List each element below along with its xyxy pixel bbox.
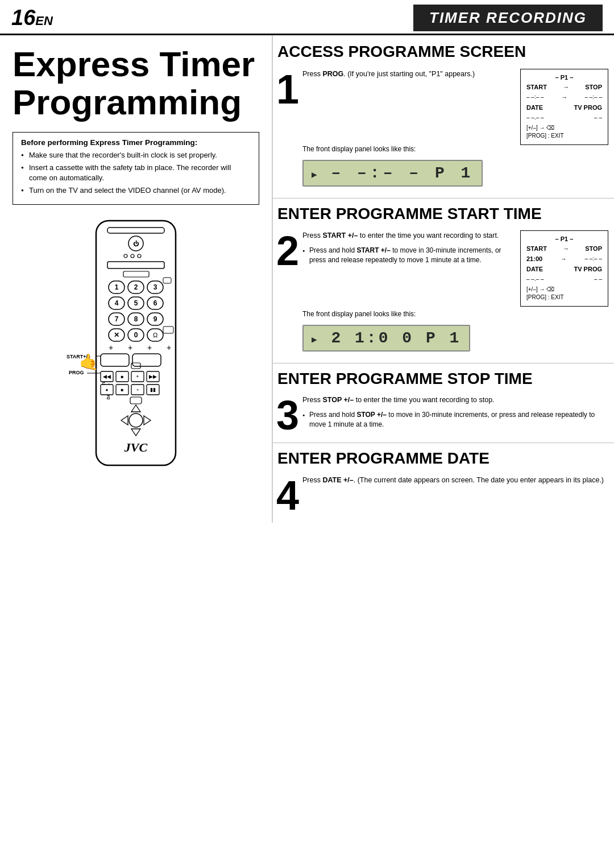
- svg-text:+: +: [167, 343, 171, 352]
- remote-illustration-container: ⏻ 1 2 3 4: [13, 215, 259, 494]
- svg-text:0: 0: [134, 331, 138, 339]
- screen2-vals-row: 21:00 → – –:– –: [526, 255, 602, 262]
- step2-title-area: ENTER PROGRAMME START TIME: [273, 199, 614, 225]
- screen1-date-row: DATE TV PROG: [526, 104, 602, 111]
- svg-text:3: 3: [154, 283, 157, 291]
- step4-section: 4 Press DATE +/–. (The current date appe…: [273, 470, 614, 523]
- screen2-date-row: DATE TV PROG: [526, 266, 602, 272]
- lcd-arrow-icon: ▶: [312, 170, 320, 180]
- svg-text:+: +: [109, 343, 113, 352]
- svg-text:🤙: 🤙: [79, 353, 99, 371]
- svg-text:2: 2: [134, 283, 138, 291]
- before-list: Make sure that the recorder's built-in c…: [21, 150, 251, 196]
- page-header: 16EN TIMER RECORDING: [0, 0, 614, 35]
- screen1-vals-row: – –:– – → – –:– –: [526, 94, 602, 101]
- step1-number: 1: [273, 69, 302, 191]
- svg-text:▶▶: ▶▶: [149, 374, 157, 379]
- step1-section: 1 Press PROG. (If you're just starting o…: [273, 64, 614, 199]
- step4-number: 4: [273, 475, 302, 516]
- step2-text: Press START +/– to enter the time you wa…: [302, 230, 509, 268]
- step2-heading: ENTER PROGRAMME START TIME: [273, 205, 605, 222]
- screen1-bottom: [+/–] → ⌫ [PROG] : EXIT: [526, 124, 602, 140]
- screen2-bottom: [+/–] → ⌫ [PROG] : EXIT: [526, 286, 602, 301]
- step2-content: Press START +/– to enter the time you wa…: [302, 230, 608, 356]
- header-title: TIMER RECORDING: [413, 5, 603, 31]
- screen2-start-row: START → STOP: [526, 245, 602, 252]
- step4-title-area: ENTER PROGRAMME DATE: [273, 443, 614, 470]
- before-title: Before performing Express Timer Programm…: [21, 138, 251, 147]
- step2-section: 2 Press START +/– to enter the time you …: [273, 226, 614, 363]
- svg-text:Ω: Ω: [153, 332, 157, 338]
- step2-display-label: The front display panel looks like this:: [302, 310, 608, 318]
- step2-desc: Press START +/– to enter the time you wa…: [302, 230, 509, 241]
- svg-text:JVC: JVC: [124, 440, 148, 454]
- svg-text:6: 6: [154, 299, 157, 307]
- svg-text:✕: ✕: [114, 331, 119, 339]
- svg-text:+: +: [128, 343, 132, 352]
- svg-text:●: ●: [106, 387, 109, 392]
- step1-title-area: ACCESS PROGRAMME SCREEN: [273, 35, 614, 64]
- step1-text: Press PROG. (If you're just starting out…: [302, 69, 509, 84]
- screen2-date-vals: – –.– – – –: [526, 276, 602, 282]
- step3-number: 3: [273, 395, 302, 436]
- remote-control-svg: ⏻ 1 2 3 4: [62, 215, 210, 494]
- left-column: Express Timer Programming Before perform…: [0, 35, 273, 523]
- svg-text:7: 7: [115, 315, 119, 323]
- svg-text:+: +: [136, 387, 139, 392]
- step1-desc: Press PROG. (If you're just starting out…: [302, 69, 509, 80]
- step1-content: Press PROG. (If you're just starting out…: [302, 69, 608, 191]
- screen2-title: – P1 –: [526, 235, 602, 242]
- list-item: Make sure that the recorder's built-in c…: [21, 150, 251, 160]
- svg-text:■: ■: [121, 387, 124, 392]
- svg-text:1: 1: [115, 283, 119, 291]
- step1-inline: Press PROG. (If you're just starting out…: [302, 69, 608, 145]
- svg-text:+: +: [147, 343, 152, 352]
- svg-text:▮▮: ▮▮: [150, 387, 156, 392]
- svg-point-69: [129, 414, 143, 427]
- svg-rect-42: [132, 354, 161, 366]
- list-item: Turn on the TV and select the VIDEO chan…: [21, 185, 251, 196]
- screen1-start-row: START → STOP: [526, 84, 602, 90]
- step3-section: 3 Press STOP +/– to enter the time you w…: [273, 390, 614, 443]
- lcd2-arrow-icon: ▶: [312, 335, 320, 345]
- step3-sub1: Press and hold STOP +/– to move in 30-mi…: [302, 410, 608, 430]
- svg-rect-41: [101, 354, 129, 366]
- svg-text:5: 5: [134, 299, 138, 307]
- screen1-date-vals: – –.– – – –: [526, 114, 602, 121]
- step1-screen-box: – P1 – START → STOP – –:– – → – –:– –: [520, 69, 608, 145]
- svg-text:+: +: [136, 374, 139, 379]
- svg-text:◀◀: ◀◀: [103, 374, 111, 379]
- main-layout: Express Timer Programming Before perform…: [0, 35, 614, 523]
- svg-text:9: 9: [154, 315, 157, 323]
- step3-content: Press STOP +/– to enter the time you wan…: [302, 395, 608, 436]
- page-title: Express Timer Programming: [13, 46, 259, 122]
- svg-text:⏻: ⏻: [133, 240, 139, 247]
- step1-display-label: The front display panel looks like this:: [302, 145, 608, 153]
- step2-screen-box: – P1 – START → STOP 21:00 → – –:– – D: [520, 230, 608, 307]
- step3-heading: ENTER PROGRAMME STOP TIME: [273, 370, 605, 387]
- svg-text:8: 8: [134, 315, 138, 323]
- svg-text:4: 4: [115, 299, 119, 307]
- step3-desc: Press STOP +/– to enter the time you wan…: [302, 395, 608, 406]
- step4-desc: Press DATE +/–. (The current date appear…: [302, 475, 608, 486]
- step4-heading: ENTER PROGRAMME DATE: [273, 450, 605, 466]
- screen1-title: – P1 –: [526, 74, 602, 81]
- before-performing-box: Before performing Express Timer Programm…: [13, 132, 259, 205]
- list-item: Insert a cassette with the safety tab in…: [21, 163, 251, 183]
- step2-lcd: ▶ 2 1:0 0 P 1: [302, 325, 470, 352]
- page-number: 16EN: [11, 6, 53, 30]
- step2-inline: Press START +/– to enter the time you wa…: [302, 230, 608, 307]
- step4-content: Press DATE +/–. (The current date appear…: [302, 475, 608, 516]
- step1-lcd: ▶ – –:– – P 1: [302, 160, 483, 187]
- step3-title-area: ENTER PROGRAMME STOP TIME: [273, 363, 614, 390]
- svg-text:■: ■: [121, 374, 124, 379]
- step2-number: 2: [273, 230, 302, 356]
- step1-heading: ACCESS PROGRAMME SCREEN: [273, 43, 605, 60]
- right-column: ACCESS PROGRAMME SCREEN 1 Press PROG. (I…: [273, 35, 614, 523]
- step2-sub1: Press and hold START +/– to move in 30-m…: [302, 246, 509, 266]
